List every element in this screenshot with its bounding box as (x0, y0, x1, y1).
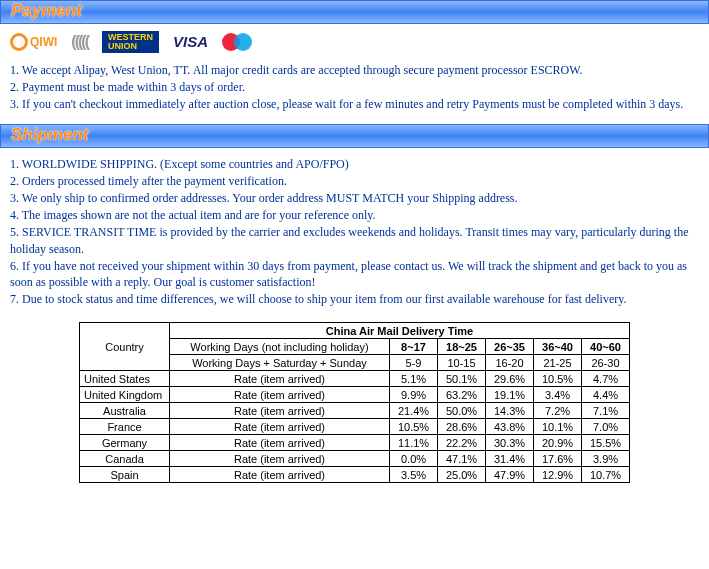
rate-label: Rate (item arrived) (170, 371, 390, 387)
payment-header: Payment (0, 0, 709, 24)
payment-note-3: 3. If you can't checkout immediately aft… (10, 96, 699, 112)
table-row: Canada Rate (item arrived) 0.0% 47.1% 31… (80, 451, 630, 467)
shipment-note-7: 7. Due to stock status and time differen… (10, 291, 699, 307)
shipment-header: Shipment (0, 124, 709, 148)
table-row: Germany Rate (item arrived) 11.1% 22.2% … (80, 435, 630, 451)
payment-logos-row: QIWI ((((( WESTERNUNION VISA (0, 24, 709, 54)
country-cell: Germany (80, 435, 170, 451)
working-days-plus-label: Working Days + Saturday + Sunday (170, 355, 390, 371)
rate-label: Rate (item arrived) (170, 467, 390, 483)
shipment-notes: 1. WORLDWIDE SHIPPING. (Except some coun… (0, 148, 709, 319)
country-cell: Australia (80, 403, 170, 419)
country-header: Country (80, 323, 170, 371)
rate-label: Rate (item arrived) (170, 451, 390, 467)
shipment-note-3: 3. We only ship to confirmed order addre… (10, 190, 699, 206)
rate-label: Rate (item arrived) (170, 419, 390, 435)
western-union-logo: WESTERNUNION (102, 31, 159, 53)
shipment-note-4: 4. The images shown are not the actual i… (10, 207, 699, 223)
shipment-note-2: 2. Orders processed timely after the pay… (10, 173, 699, 189)
qiwi-icon (10, 33, 28, 51)
country-cell: Spain (80, 467, 170, 483)
shipment-note-5: 5. SERVICE TRANSIT TIME is provided by t… (10, 224, 699, 256)
payment-note-1: 1. We accept Alipay, West Union, TT. All… (10, 62, 699, 78)
table-row: Australia Rate (item arrived) 21.4% 50.0… (80, 403, 630, 419)
shipment-title: Shipment (11, 125, 88, 144)
table-row: Country China Air Mail Delivery Time (80, 323, 630, 339)
moneybookers-logo: ((((( (71, 31, 88, 53)
table-row: France Rate (item arrived) 10.5% 28.6% 4… (80, 419, 630, 435)
shipment-note-6: 6. If you have not received your shipmen… (10, 258, 699, 290)
payment-title: Payment (11, 1, 82, 20)
delivery-table: Country China Air Mail Delivery Time Wor… (79, 322, 630, 483)
visa-logo: VISA (173, 31, 208, 53)
country-cell: United Kingdom (80, 387, 170, 403)
payment-note-2: 2. Payment must be made within 3 days of… (10, 79, 699, 95)
country-cell: Canada (80, 451, 170, 467)
country-cell: United States (80, 371, 170, 387)
shipment-note-1: 1. WORLDWIDE SHIPPING. (Except some coun… (10, 156, 699, 172)
rate-label: Rate (item arrived) (170, 387, 390, 403)
table-row: Spain Rate (item arrived) 3.5% 25.0% 47.… (80, 467, 630, 483)
table-title: China Air Mail Delivery Time (170, 323, 630, 339)
payment-notes: 1. We accept Alipay, West Union, TT. All… (0, 54, 709, 124)
rate-label: Rate (item arrived) (170, 403, 390, 419)
table-row: United Kingdom Rate (item arrived) 9.9% … (80, 387, 630, 403)
country-cell: France (80, 419, 170, 435)
rate-label: Rate (item arrived) (170, 435, 390, 451)
qiwi-logo: QIWI (10, 31, 57, 53)
working-days-label: Working Days (not including holiday) (170, 339, 390, 355)
table-row: United States Rate (item arrived) 5.1% 5… (80, 371, 630, 387)
mastercard-logo (222, 33, 252, 51)
